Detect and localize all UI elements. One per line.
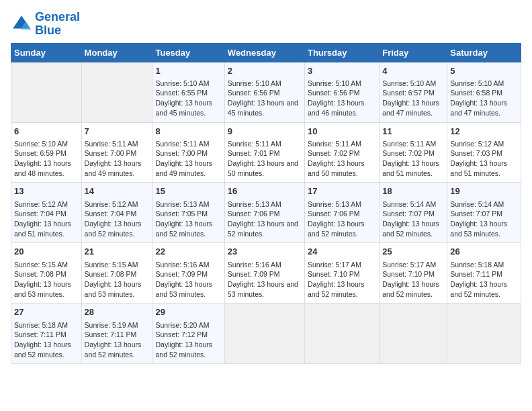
cell-content: Sunrise: 5:10 AMSunset: 6:59 PMDaylight:…: [14, 139, 79, 179]
calendar-cell: 6Sunrise: 5:10 AMSunset: 6:59 PMDaylight…: [11, 122, 82, 183]
cell-content: Sunrise: 5:11 AMSunset: 7:00 PMDaylight:…: [155, 139, 221, 179]
day-number: 28: [85, 306, 150, 318]
calendar-cell: 2Sunrise: 5:10 AMSunset: 6:56 PMDaylight…: [224, 62, 304, 122]
calendar-cell: 3Sunrise: 5:10 AMSunset: 6:56 PMDaylight…: [304, 62, 379, 122]
calendar-cell: 13Sunrise: 5:12 AMSunset: 7:04 PMDayligh…: [11, 183, 82, 243]
calendar-cell: 18Sunrise: 5:14 AMSunset: 7:07 PMDayligh…: [380, 183, 447, 243]
calendar-cell: 24Sunrise: 5:17 AMSunset: 7:10 PMDayligh…: [304, 243, 379, 304]
calendar-cell: 14Sunrise: 5:12 AMSunset: 7:04 PMDayligh…: [81, 183, 152, 243]
cell-content: Sunrise: 5:17 AMSunset: 7:10 PMDaylight:…: [382, 260, 444, 300]
cell-content: Sunrise: 5:13 AMSunset: 7:06 PMDaylight:…: [228, 199, 302, 239]
calendar-cell: 12Sunrise: 5:12 AMSunset: 7:03 PMDayligh…: [447, 122, 521, 183]
day-number: 22: [155, 246, 221, 258]
calendar-table: SundayMondayTuesdayWednesdayThursdayFrid…: [11, 43, 521, 365]
header: General Blue: [11, 11, 521, 38]
calendar-cell: 28Sunrise: 5:19 AMSunset: 7:11 PMDayligh…: [81, 304, 152, 364]
cell-content: Sunrise: 5:16 AMSunset: 7:09 PMDaylight:…: [155, 260, 221, 300]
day-number: 15: [155, 185, 221, 197]
cell-content: Sunrise: 5:11 AMSunset: 7:02 PMDaylight:…: [308, 139, 376, 179]
cell-content: Sunrise: 5:17 AMSunset: 7:10 PMDaylight:…: [308, 260, 376, 300]
day-number: 25: [382, 246, 444, 258]
calendar-cell: 25Sunrise: 5:17 AMSunset: 7:10 PMDayligh…: [380, 243, 447, 304]
calendar-cell: 19Sunrise: 5:14 AMSunset: 7:07 PMDayligh…: [447, 183, 521, 243]
cell-content: Sunrise: 5:14 AMSunset: 7:07 PMDaylight:…: [382, 199, 444, 239]
calendar-cell: 7Sunrise: 5:11 AMSunset: 7:00 PMDaylight…: [81, 122, 152, 183]
calendar-cell: [304, 304, 379, 364]
day-number: 21: [85, 246, 150, 258]
day-number: 23: [228, 246, 302, 258]
calendar-cell: 21Sunrise: 5:15 AMSunset: 7:08 PMDayligh…: [81, 243, 152, 304]
day-number: 9: [228, 126, 302, 138]
calendar-cell: 27Sunrise: 5:18 AMSunset: 7:11 PMDayligh…: [11, 304, 82, 364]
calendar-cell: 15Sunrise: 5:13 AMSunset: 7:05 PMDayligh…: [152, 183, 224, 243]
cell-content: Sunrise: 5:10 AMSunset: 6:55 PMDaylight:…: [155, 79, 221, 118]
calendar-week-row: 13Sunrise: 5:12 AMSunset: 7:04 PMDayligh…: [11, 183, 521, 243]
day-number: 3: [308, 65, 376, 77]
calendar-cell: 9Sunrise: 5:11 AMSunset: 7:01 PMDaylight…: [224, 122, 304, 183]
cell-content: Sunrise: 5:18 AMSunset: 7:11 PMDaylight:…: [14, 320, 79, 360]
weekday-header: Sunday: [11, 43, 82, 62]
cell-content: Sunrise: 5:10 AMSunset: 6:56 PMDaylight:…: [228, 79, 302, 118]
weekday-header: Monday: [81, 43, 152, 62]
cell-content: Sunrise: 5:18 AMSunset: 7:11 PMDaylight:…: [450, 260, 518, 300]
cell-content: Sunrise: 5:13 AMSunset: 7:05 PMDaylight:…: [155, 199, 221, 239]
weekday-header: Saturday: [447, 43, 521, 62]
calendar-cell: 4Sunrise: 5:10 AMSunset: 6:57 PMDaylight…: [380, 62, 447, 122]
logo-icon: [11, 13, 32, 35]
day-number: 12: [450, 126, 518, 138]
calendar-cell: 17Sunrise: 5:13 AMSunset: 7:06 PMDayligh…: [304, 183, 379, 243]
day-number: 6: [14, 126, 79, 138]
day-number: 2: [228, 65, 302, 77]
day-number: 16: [228, 185, 302, 197]
cell-content: Sunrise: 5:13 AMSunset: 7:06 PMDaylight:…: [308, 199, 376, 239]
calendar-week-row: 27Sunrise: 5:18 AMSunset: 7:11 PMDayligh…: [11, 304, 521, 364]
logo-text: General Blue: [35, 11, 80, 38]
cell-content: Sunrise: 5:11 AMSunset: 7:01 PMDaylight:…: [228, 139, 302, 179]
day-number: 5: [450, 65, 518, 77]
calendar-cell: 20Sunrise: 5:15 AMSunset: 7:08 PMDayligh…: [11, 243, 82, 304]
cell-content: Sunrise: 5:11 AMSunset: 7:02 PMDaylight:…: [382, 139, 444, 179]
cell-content: Sunrise: 5:19 AMSunset: 7:11 PMDaylight:…: [85, 320, 150, 360]
day-number: 11: [382, 126, 444, 138]
calendar-cell: 10Sunrise: 5:11 AMSunset: 7:02 PMDayligh…: [304, 122, 379, 183]
day-number: 14: [85, 185, 150, 197]
calendar-week-row: 6Sunrise: 5:10 AMSunset: 6:59 PMDaylight…: [11, 122, 521, 183]
calendar-cell: 16Sunrise: 5:13 AMSunset: 7:06 PMDayligh…: [224, 183, 304, 243]
day-number: 29: [155, 306, 221, 318]
calendar-cell: 8Sunrise: 5:11 AMSunset: 7:00 PMDaylight…: [152, 122, 224, 183]
cell-content: Sunrise: 5:15 AMSunset: 7:08 PMDaylight:…: [14, 260, 79, 300]
cell-content: Sunrise: 5:10 AMSunset: 6:58 PMDaylight:…: [450, 79, 518, 118]
day-number: 24: [308, 246, 376, 258]
day-number: 1: [155, 65, 221, 77]
day-number: 20: [14, 246, 79, 258]
cell-content: Sunrise: 5:12 AMSunset: 7:04 PMDaylight:…: [14, 199, 79, 239]
calendar-cell: [380, 304, 447, 364]
calendar-cell: 26Sunrise: 5:18 AMSunset: 7:11 PMDayligh…: [447, 243, 521, 304]
day-number: 17: [308, 185, 376, 197]
day-number: 19: [450, 185, 518, 197]
day-number: 18: [382, 185, 444, 197]
calendar-cell: 29Sunrise: 5:20 AMSunset: 7:12 PMDayligh…: [152, 304, 224, 364]
calendar-cell: 22Sunrise: 5:16 AMSunset: 7:09 PMDayligh…: [152, 243, 224, 304]
calendar-cell: 5Sunrise: 5:10 AMSunset: 6:58 PMDaylight…: [447, 62, 521, 122]
calendar-cell: [11, 62, 82, 122]
calendar-header-row: SundayMondayTuesdayWednesdayThursdayFrid…: [11, 43, 521, 62]
weekday-header: Friday: [380, 43, 447, 62]
cell-content: Sunrise: 5:11 AMSunset: 7:00 PMDaylight:…: [85, 139, 150, 179]
calendar-cell: [447, 304, 521, 364]
cell-content: Sunrise: 5:12 AMSunset: 7:03 PMDaylight:…: [450, 139, 518, 179]
cell-content: Sunrise: 5:16 AMSunset: 7:09 PMDaylight:…: [228, 260, 302, 300]
day-number: 8: [155, 126, 221, 138]
calendar-cell: 11Sunrise: 5:11 AMSunset: 7:02 PMDayligh…: [380, 122, 447, 183]
logo: General Blue: [11, 11, 80, 38]
cell-content: Sunrise: 5:10 AMSunset: 6:57 PMDaylight:…: [382, 79, 444, 118]
cell-content: Sunrise: 5:10 AMSunset: 6:56 PMDaylight:…: [308, 79, 376, 118]
calendar-cell: [81, 62, 152, 122]
weekday-header: Wednesday: [224, 43, 304, 62]
day-number: 13: [14, 185, 79, 197]
day-number: 7: [85, 126, 150, 138]
calendar-week-row: 20Sunrise: 5:15 AMSunset: 7:08 PMDayligh…: [11, 243, 521, 304]
weekday-header: Tuesday: [152, 43, 224, 62]
cell-content: Sunrise: 5:15 AMSunset: 7:08 PMDaylight:…: [85, 260, 150, 300]
day-number: 4: [382, 65, 444, 77]
